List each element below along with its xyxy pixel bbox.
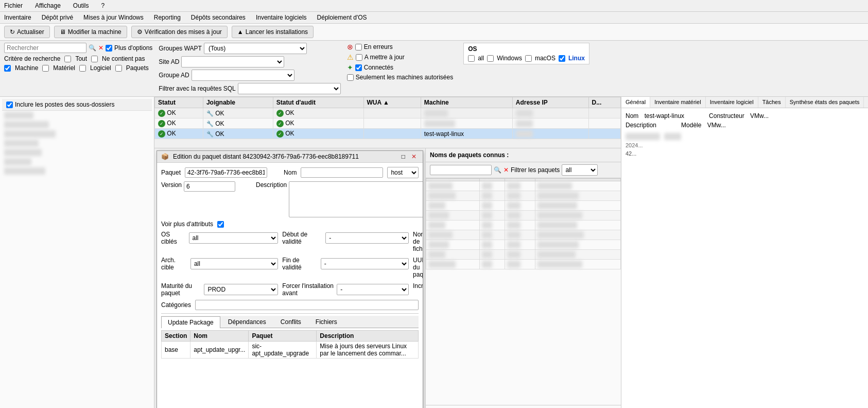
known-packets-search[interactable] <box>430 165 492 175</box>
nav-reporting[interactable]: Reporting <box>152 13 183 22</box>
search-icon[interactable]: 🔍 <box>89 44 96 52</box>
tab-inventaire-materiel[interactable]: Inventaire matériel <box>650 97 706 108</box>
sidebar-item-2[interactable] <box>2 129 152 139</box>
kp-cell <box>505 220 535 230</box>
tab-fichiers[interactable]: Fichiers <box>309 316 344 328</box>
host-select[interactable]: host <box>387 167 419 178</box>
tab-conflits[interactable]: Conflits <box>274 316 308 328</box>
col-d[interactable]: D... <box>588 97 620 108</box>
arch-cible-select[interactable]: all <box>190 258 278 269</box>
tout-checkbox[interactable] <box>64 56 71 62</box>
menu-affichage[interactable]: Affichage <box>33 1 63 10</box>
connectes-checkbox[interactable] <box>355 64 362 71</box>
dep-row[interactable]: base apt_update_upgr... sic-apt_update_u… <box>162 342 419 359</box>
col-statut[interactable]: Statut <box>155 97 203 108</box>
voir-plus-checkbox[interactable] <box>217 221 224 228</box>
os-macos-checkbox[interactable] <box>525 55 532 62</box>
nav-inventaire[interactable]: Inventaire <box>2 13 33 22</box>
fin-validite-select[interactable]: - <box>321 258 409 269</box>
groupes-wapt-select[interactable]: (Tous) <box>204 43 307 54</box>
paquet-input[interactable] <box>185 167 267 178</box>
sidebar-item-3[interactable] <box>2 139 152 148</box>
nav-depot-prive[interactable]: Dépôt privé <box>40 13 75 22</box>
paquets-checkbox[interactable] <box>115 65 122 72</box>
plus-options-checkbox[interactable] <box>106 45 112 52</box>
search-input[interactable] <box>4 43 86 53</box>
os-all-checkbox[interactable] <box>468 55 475 62</box>
kp-row[interactable] <box>426 181 621 191</box>
sidebar-item-6[interactable] <box>2 166 152 176</box>
sidebar-item-4[interactable] <box>2 148 152 157</box>
inclure-sous-dossiers-checkbox[interactable] <box>6 101 13 108</box>
kp-row[interactable] <box>426 260 621 269</box>
tab-dependances[interactable]: Dépendances <box>221 316 273 328</box>
kp-row[interactable] <box>426 220 621 230</box>
version-input[interactable] <box>184 181 235 192</box>
verification-label: Vérification des mises à jour <box>145 28 222 36</box>
col-ip[interactable]: Adresse IP <box>512 97 588 108</box>
ok-icon: ✓ <box>158 120 165 127</box>
tab-update-package[interactable]: Update Package <box>161 316 220 328</box>
forcer-avant-select[interactable]: - <box>337 284 409 295</box>
description-textarea[interactable] <box>289 181 423 217</box>
nav-deploiement-os[interactable]: Déploiement d'OS <box>315 13 369 22</box>
col-joignable[interactable]: Joignable <box>203 97 273 108</box>
os-linux-checkbox[interactable] <box>559 55 565 62</box>
site-ad-select[interactable] <box>181 56 284 67</box>
filter-paquets-select[interactable]: all <box>562 164 598 176</box>
tab-taches[interactable]: Tâches <box>758 97 786 108</box>
menu-fichier[interactable]: Fichier <box>2 1 25 10</box>
nav-mises-a-jour[interactable]: Mises à jour Windows <box>81 13 146 22</box>
materiel-checkbox[interactable] <box>42 65 49 72</box>
debut-validite-select[interactable]: - <box>325 232 409 244</box>
actualiser-button[interactable]: ↻ Actualiser <box>4 26 50 38</box>
logiciel-checkbox[interactable] <box>79 65 86 72</box>
table-row-selected[interactable]: ✓ OK 🔧 OK ✓ OK test-wapt-linux <box>155 129 621 139</box>
maturite-select[interactable]: PROD <box>204 284 278 295</box>
table-row[interactable]: ✓ OK 🔧 OK ✓ OK <box>155 118 621 129</box>
col-wua[interactable]: WUA ▲ <box>363 97 421 108</box>
os-cibles-select[interactable]: all <box>189 232 279 244</box>
os-windows-checkbox[interactable] <box>487 55 494 62</box>
kp-row[interactable] <box>426 201 621 211</box>
lancer-button[interactable]: ▲ Lancer les installations <box>232 26 314 38</box>
menu-outils[interactable]: Outils <box>71 1 91 10</box>
categories-input[interactable] <box>195 300 419 310</box>
filtrer-sql-select[interactable] <box>238 83 341 94</box>
tab-audit[interactable]: Données d'audit <box>864 97 868 108</box>
kp-row[interactable] <box>426 250 621 260</box>
description-group: Description <box>626 122 656 129</box>
clear-packets-icon[interactable]: ✕ <box>504 166 509 174</box>
machine-checkbox[interactable] <box>4 65 11 72</box>
autorises-checkbox[interactable] <box>347 74 354 81</box>
sidebar-item-0[interactable] <box>2 111 152 120</box>
tab-synthese[interactable]: Synthèse états des paquets <box>786 97 864 108</box>
nav-depots-secondaires[interactable]: Dépôts secondaires <box>189 13 248 22</box>
nom-input[interactable] <box>301 167 383 178</box>
sidebar-item-5[interactable] <box>2 157 152 166</box>
menu-aide[interactable]: ? <box>99 1 107 10</box>
err-icon: ⊗ <box>347 43 353 51</box>
tab-inventaire-logiciel[interactable]: Inventaire logiciel <box>706 97 758 108</box>
tab-general[interactable]: Général <box>621 97 650 108</box>
verification-button[interactable]: ⚙ Vérification des mises à jour <box>131 26 228 38</box>
kp-row[interactable] <box>426 230 621 240</box>
modifier-button[interactable]: 🖥 Modifier la machine <box>54 26 127 38</box>
ne-contient-pas-checkbox[interactable] <box>91 56 98 62</box>
kp-row[interactable] <box>426 240 621 250</box>
nav-inventaire-logiciels[interactable]: Inventaire logiciels <box>254 13 309 22</box>
minimize-button[interactable]: □ <box>400 153 407 160</box>
search-packets-icon[interactable]: 🔍 <box>494 166 501 174</box>
a-mettre-a-jour-checkbox[interactable] <box>356 54 362 61</box>
groupe-ad-select[interactable] <box>192 70 294 81</box>
kp-row[interactable] <box>426 191 621 201</box>
table-row[interactable]: ✓ OK 🔧 OK ✓ OK <box>155 108 621 118</box>
sidebar-item-1[interactable] <box>2 120 152 129</box>
en-erreurs-checkbox[interactable] <box>355 44 362 50</box>
close-button[interactable]: ✕ <box>409 153 419 160</box>
logiciel-label: Logiciel <box>90 64 111 72</box>
kp-row[interactable] <box>426 211 621 220</box>
col-machine[interactable]: Machine <box>421 97 512 108</box>
clear-search-icon[interactable]: ✕ <box>98 44 103 52</box>
col-audit[interactable]: Statut d'audit <box>273 97 363 108</box>
